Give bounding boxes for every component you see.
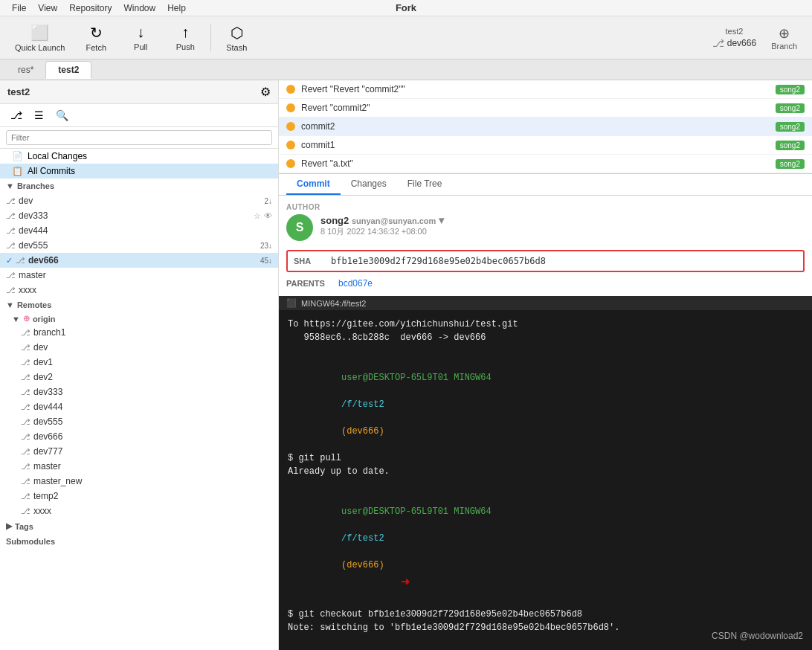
menu-file[interactable]: File — [6, 1, 32, 15]
sidebar-all-commits[interactable]: 📋 All Commits — [0, 164, 278, 178]
remote-xxxx-label: xxxx — [33, 506, 51, 516]
sidebar-remote-temp2[interactable]: ⎇ temp2 — [0, 489, 278, 503]
term-line-7: user@DESKTOP-65L9T01 MINGW64 /f/test2 (d… — [288, 492, 803, 608]
term-line-1: 9588ec6..8cb288c dev666 -> dev666 — [288, 331, 803, 344]
commit-row-2[interactable]: commit2 song2 — [279, 118, 812, 136]
term-space-3 — [341, 386, 347, 396]
author-date: 8 10月 2022 14:36:32 +08:00 — [320, 226, 444, 237]
tab-commit[interactable]: Commit — [286, 174, 341, 195]
sidebar-remote-dev[interactable]: ⎇ dev — [0, 340, 278, 355]
sidebar-repo-title: test2 — [7, 86, 30, 97]
remote-dev555-label: dev555 — [33, 416, 62, 427]
quick-launch-label: Quick Launch — [15, 43, 65, 52]
sidebar-section-tags[interactable]: ▶ Tags — [0, 518, 278, 534]
remote-dev2-icon: ⎇ — [21, 373, 30, 382]
remote-dev-label: dev — [33, 342, 48, 353]
tab-changes[interactable]: Changes — [341, 174, 397, 195]
sidebar-remote-branch1[interactable]: ⎇ branch1 — [0, 325, 278, 340]
origin-expand-icon: ▼ — [12, 315, 20, 324]
sidebar-item-dev444[interactable]: ⎇ dev444 — [0, 223, 278, 238]
sidebar-item-dev666[interactable]: ✓ ⎇ dev666 45↓ — [0, 253, 278, 268]
push-button[interactable]: ↑ Push — [163, 21, 207, 54]
sidebar-remote-dev333[interactable]: ⎇ dev333 — [0, 384, 278, 399]
toolbar-separator — [210, 25, 211, 51]
commit-row-3[interactable]: commit1 song2 — [279, 136, 812, 155]
branch-dev444-icon: ⎇ — [6, 226, 16, 236]
toolbar-repo-name: test2 — [726, 27, 744, 36]
fetch-button[interactable]: ↻ Fetch — [74, 21, 118, 55]
sidebar-item-dev555[interactable]: ⎇ dev555 23↓ — [0, 238, 278, 253]
sidebar-item-master[interactable]: ⎇ master — [0, 268, 278, 283]
branch-dev333-eye[interactable]: 👁 — [264, 211, 272, 221]
terminal-title: MINGW64:/f/test2 — [301, 299, 366, 308]
author-info: song2 sunyan@sunyan.com ▾ 8 10月 2022 14:… — [320, 214, 444, 237]
remote-dev1-label: dev1 — [33, 357, 53, 367]
tab-file-tree[interactable]: File Tree — [397, 174, 453, 195]
author-section-label: AUTHOR — [286, 203, 805, 211]
branch-xxxx-icon: ⎇ — [6, 286, 16, 295]
sidebar-remote-dev666[interactable]: ⎇ dev666 — [0, 429, 278, 444]
sidebar-local-changes[interactable]: 📄 Local Changes — [0, 149, 278, 164]
branch-btn-label: Branch — [771, 42, 797, 51]
sidebar-section-remotes[interactable]: ▼ Remotes — [0, 297, 278, 312]
sidebar-remote-dev2[interactable]: ⎇ dev2 — [0, 370, 278, 384]
menu-window[interactable]: Window — [118, 1, 162, 15]
sidebar-item-dev333[interactable]: ⎇ dev333 ☆ 👁 — [0, 208, 278, 223]
sidebar-remote-dev777[interactable]: ⎇ dev777 — [0, 444, 278, 459]
quick-launch-button[interactable]: ⬜ Quick Launch — [6, 21, 74, 55]
stash-icon: ⬡ — [231, 24, 243, 42]
local-changes-icon: 📄 — [12, 151, 23, 161]
sidebar-remote-master[interactable]: ⎇ master — [0, 459, 278, 474]
commit-badge-2: song2 — [776, 122, 805, 132]
menu-view[interactable]: View — [32, 1, 63, 15]
commit-row-0[interactable]: Revert "Revert "commit2"" song2 — [279, 80, 812, 99]
commit-row-1[interactable]: Revert "commit2" song2 — [279, 99, 812, 118]
branch-dev333-icon: ⎇ — [6, 211, 16, 221]
sidebar-remote-master-new[interactable]: ⎇ master_new — [0, 474, 278, 489]
menu-repository[interactable]: Repository — [63, 1, 117, 15]
term-branch-7: (dev666) — [341, 560, 384, 570]
commit-row-4[interactable]: Revert "a.txt" song2 — [279, 155, 812, 173]
sidebar-remote-dev1[interactable]: ⎇ dev1 — [0, 355, 278, 370]
nav-search-icon[interactable]: 🔍 — [51, 107, 73, 123]
nav-branch-icon[interactable]: ⎇ — [6, 107, 27, 123]
branch-dev-badge: 2↓ — [264, 197, 272, 205]
sha-label: SHA — [294, 257, 323, 266]
dropdown-icon[interactable]: ▾ — [439, 214, 444, 226]
red-arrow-indicator: ➜ — [401, 574, 410, 591]
settings-icon[interactable]: ⚙ — [260, 85, 271, 99]
remote-dev777-icon: ⎇ — [21, 447, 30, 457]
pull-button[interactable]: ↓ Pull — [118, 21, 163, 54]
parents-link[interactable]: bcd067e — [338, 278, 373, 289]
tab-test2[interactable]: test2 — [45, 61, 91, 79]
sidebar-remote-dev444[interactable]: ⎇ dev444 — [0, 399, 278, 414]
sidebar-origin[interactable]: ▼ ⊕ origin — [0, 312, 278, 325]
sidebar-section-branches[interactable]: ▼ Branches — [0, 178, 278, 193]
sidebar-remote-xxxx[interactable]: ⎇ xxxx — [0, 503, 278, 518]
remote-master-new-icon: ⎇ — [21, 477, 30, 486]
sidebar-item-dev[interactable]: ⎇ dev 2↓ — [0, 193, 278, 208]
push-icon: ↑ — [181, 24, 189, 41]
branch-xxxx-label: xxxx — [19, 285, 36, 295]
sidebar-remote-dev555[interactable]: ⎇ dev555 — [0, 414, 278, 429]
stash-button[interactable]: ⬡ Stash — [214, 21, 259, 55]
branch-dev555-label: dev555 — [19, 240, 48, 251]
branch-icon: ⎇ — [712, 37, 724, 49]
nav-list-icon[interactable]: ☰ — [30, 107, 48, 123]
tab-res[interactable]: res* — [6, 62, 45, 78]
branch-dev666-icon: ⎇ — [16, 256, 25, 266]
sha-value: bfb1e1e3009d2f729d168e95e02b4bec0657b6d8 — [331, 256, 546, 266]
sidebar-section-submodules[interactable]: Submodules — [0, 534, 278, 549]
filter-input[interactable] — [6, 130, 272, 145]
toolbar: ⬜ Quick Launch ↻ Fetch ↓ Pull ↑ Push ⬡ S… — [0, 16, 812, 59]
fetch-label: Fetch — [86, 43, 107, 52]
sidebar-item-xxxx[interactable]: ⎇ xxxx — [0, 283, 278, 297]
term-user-3: user@DESKTOP-65L9T01 MINGW64 — [341, 373, 492, 383]
commit-dot-2 — [286, 122, 295, 131]
remote-branch1-icon: ⎇ — [21, 328, 30, 338]
menu-help[interactable]: Help — [161, 1, 192, 15]
branch-button[interactable]: ⊕ Branch — [762, 22, 806, 54]
branch-dev333-star[interactable]: ☆ — [254, 211, 261, 221]
parents-section: PARENTS bcd067e — [286, 278, 805, 289]
commit-badge-1: song2 — [776, 103, 805, 113]
